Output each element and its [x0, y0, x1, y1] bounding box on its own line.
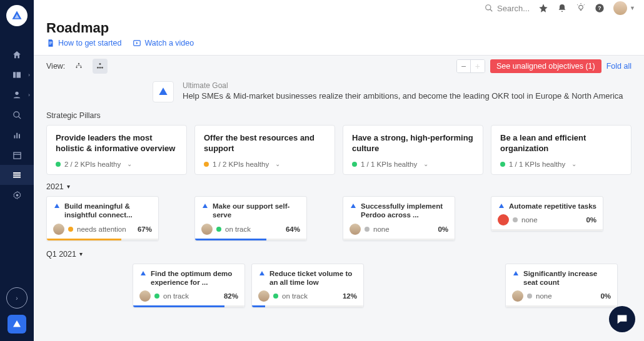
progress-pct: 82% [224, 292, 238, 300]
objective-icon [53, 202, 61, 210]
pillar-card[interactable]: Provide leaders the most holistic & info… [46, 125, 187, 175]
svg-rect-8 [13, 152, 20, 159]
chevron-down-icon[interactable]: ⌄ [571, 161, 576, 167]
kpi-status: 1 / 1 KPIs healthy ⌄ [500, 161, 622, 168]
pillar-card[interactable]: Have a strong, high-performing culture 1… [343, 125, 483, 175]
objective-card[interactable]: Reduce ticket volume to an all time low … [251, 264, 364, 309]
app-logo[interactable] [6, 5, 28, 26]
objective-icon [512, 270, 520, 277]
progress-bar [47, 239, 158, 240]
objective-icon [201, 202, 209, 210]
search-box[interactable]: Search... [485, 4, 530, 13]
svg-rect-5 [14, 135, 15, 138]
objective-icon [258, 270, 266, 277]
zoom-out-button[interactable]: − [457, 60, 471, 72]
svg-point-30 [99, 63, 101, 65]
help-icon[interactable]: ? [595, 3, 605, 13]
nav-calendar[interactable] [0, 145, 34, 165]
objective-title: Make our support self-serve [213, 202, 300, 220]
video-link[interactable]: Watch a video [133, 39, 194, 47]
period-q1[interactable]: Q1 2021 ▾ [46, 250, 631, 259]
owner-avatar [512, 290, 523, 302]
status-text: none [373, 225, 434, 233]
zoom-in-button[interactable]: + [471, 60, 485, 72]
status-text: none [521, 216, 582, 224]
status-text: on track [163, 292, 220, 300]
user-avatar [613, 1, 627, 15]
view-tree-button[interactable] [71, 59, 86, 74]
objective-icon [350, 202, 357, 210]
svg-point-16 [579, 5, 583, 9]
objective-card[interactable]: Significantly increase seat count none 0… [505, 264, 618, 309]
chevron-down-icon: ▾ [79, 250, 83, 257]
nav-workspace-logo[interactable] [8, 315, 26, 334]
svg-rect-11 [13, 174, 21, 175]
nav-roadmap[interactable] [0, 165, 34, 185]
nav-people[interactable]: › [0, 85, 34, 105]
chevron-down-icon[interactable]: ⌄ [127, 161, 132, 167]
objective-card[interactable]: Successfully implement Perdoo across ...… [343, 196, 455, 241]
nav-maps[interactable]: › [0, 65, 34, 85]
objective-title: Significantly increase seat count [523, 269, 611, 287]
objective-title: Reduce ticket volume to an all time low [269, 269, 357, 287]
kpi-status: 1 / 2 KPIs healthy ⌄ [204, 161, 326, 168]
progress-pct: 67% [138, 225, 152, 233]
status-text: none [536, 292, 596, 300]
pillar-title: Be a lean and efficient organization [500, 133, 622, 154]
svg-point-27 [78, 63, 79, 64]
fold-all-link[interactable]: Fold all [606, 62, 631, 71]
chevron-down-icon[interactable]: ⌄ [275, 161, 280, 167]
progress-bar [343, 239, 455, 240]
chevron-down-icon[interactable]: ⌄ [423, 161, 428, 167]
svg-rect-1 [16, 72, 21, 77]
howto-link[interactable]: How to get started [46, 39, 121, 47]
pillar-card[interactable]: Offer the best resources and support 1 /… [194, 125, 335, 175]
svg-point-33 [99, 67, 101, 69]
svg-text:?: ? [598, 5, 601, 11]
nav-reports[interactable] [0, 125, 34, 145]
roadmap-canvas: Ultimate Goal Help SMEs & Mid-market bus… [34, 77, 644, 341]
status-text: on track [225, 225, 282, 233]
progress-pct: 0% [438, 225, 448, 233]
progress-bar [252, 305, 363, 307]
progress-pct: 0% [600, 292, 611, 300]
svg-rect-23 [49, 42, 53, 42]
objective-card[interactable]: Build meaningful & insightful connect...… [46, 196, 159, 241]
progress-bar [506, 305, 617, 307]
svg-line-15 [490, 9, 493, 12]
unaligned-objectives-button[interactable]: See unaligned objectives (1) [490, 59, 601, 73]
ultimate-goal: Ultimate Goal Help SMEs & Mid-market bus… [153, 81, 631, 102]
nav-expand[interactable]: › [6, 287, 28, 309]
user-menu[interactable]: ▼ [613, 1, 635, 15]
objective-card[interactable]: Find the optimum demo experience for ...… [133, 264, 245, 309]
svg-rect-24 [49, 42, 53, 43]
progress-bar [133, 305, 244, 307]
pillar-title: Have a strong, high-performing culture [352, 133, 474, 154]
progress-pct: 64% [286, 225, 300, 233]
owner-avatar [139, 290, 151, 302]
pillar-card[interactable]: Be a lean and efficient organization 1 /… [491, 125, 631, 175]
goal-text: Help SMEs & Mid-market businesses realiz… [183, 91, 623, 101]
nav-settings[interactable] [0, 185, 34, 205]
page-title: Roadmap [46, 20, 631, 36]
objective-title: Find the optimum demo experience for ... [151, 269, 238, 287]
owner-avatar [201, 224, 213, 235]
svg-point-14 [486, 5, 491, 10]
search-icon [485, 4, 493, 12]
toolbar: View: − + See unaligned objectives (1) F… [34, 55, 644, 77]
star-icon[interactable] [538, 3, 548, 13]
svg-rect-6 [16, 132, 18, 138]
svg-rect-10 [13, 172, 21, 174]
chat-widget-button[interactable] [609, 306, 635, 332]
lightbulb-icon[interactable] [576, 3, 586, 13]
objective-card[interactable]: Automate repetitive tasks none 0% [491, 196, 603, 232]
svg-point-2 [15, 92, 18, 95]
svg-line-20 [584, 4, 585, 5]
period-2021[interactable]: 2021 ▾ [46, 182, 631, 191]
nav-home[interactable] [0, 45, 34, 65]
nav-search[interactable] [0, 105, 34, 125]
view-org-button[interactable] [93, 59, 108, 74]
topbar: Search... ? ▼ [34, 0, 644, 16]
objective-card[interactable]: Make our support self-serve on track 64% [194, 196, 307, 241]
bell-icon[interactable] [557, 3, 567, 13]
